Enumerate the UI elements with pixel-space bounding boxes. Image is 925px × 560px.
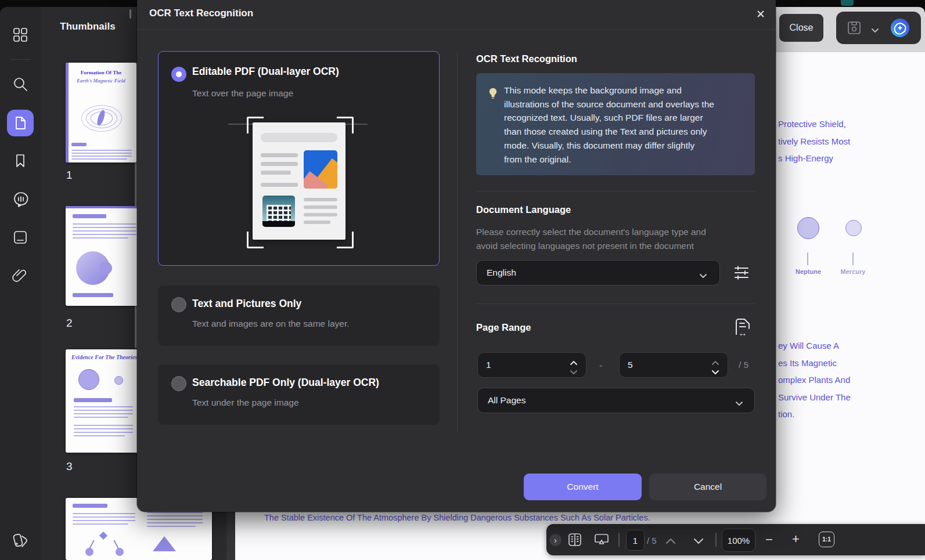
doc-text-fragment: omplex Plants And (778, 375, 850, 385)
zoom-level-input[interactable]: 100% (722, 529, 755, 552)
radio-text-pictures-only[interactable] (171, 297, 186, 312)
thumb-title: Formation Of The (69, 70, 134, 75)
range-to-field[interactable] (619, 352, 728, 378)
page-range-heading: Page Range (476, 322, 531, 333)
save-options-chevron-icon[interactable] (871, 25, 879, 35)
page-number-1: 1 (66, 169, 73, 182)
app-sidebar (0, 7, 41, 560)
ocr-tip-text: This mode keeps the background image and… (504, 84, 746, 166)
pages-mode-value: All Pages (488, 395, 526, 406)
thumb-diagram (153, 536, 176, 551)
planet-tick (807, 252, 808, 265)
expand-glyph: › (554, 536, 557, 544)
page-number-2: 2 (66, 317, 73, 330)
actual-size-label: 1:1 (822, 536, 830, 543)
convert-label: Convert (567, 482, 598, 492)
document-panel-icon[interactable] (12, 229, 28, 245)
option-label: Searchable PDF Only (Dual-layer OCR) (192, 377, 379, 389)
app-window: Protective Shield, tively Resists Most s… (0, 0, 925, 560)
next-page-chevron-icon[interactable] (693, 536, 704, 547)
close-document-label: Close (790, 23, 814, 33)
doc-text-fragment: s High-Energy (778, 153, 833, 163)
thumb-title: Earth's Magnetic Field (69, 78, 134, 84)
thumb-badge (71, 143, 87, 146)
option-card-searchable-pdf[interactable]: Searchable PDF Only (Dual-layer OCR) Tex… (158, 364, 440, 425)
section-divider (476, 304, 755, 304)
page-total-label: / 5 (647, 536, 657, 545)
apps-grid-icon[interactable] (12, 27, 28, 43)
viewer-bottom-toolbar: › 1 / 5 100% − + (546, 524, 925, 555)
option-description: Text over the page image (192, 88, 293, 99)
range-dash: - (599, 360, 603, 371)
dialog-column-divider (457, 52, 458, 432)
language-value: English (487, 268, 516, 278)
page-layout-icon[interactable] (567, 532, 582, 550)
cancel-label: Cancel (694, 482, 722, 492)
option-description: Text under the page image (192, 398, 299, 408)
option-card-editable-pdf[interactable]: Editable PDF (Dual-layer OCR) Text over … (158, 51, 440, 266)
previous-page-chevron-icon[interactable] (665, 536, 676, 547)
option-label: Text and Pictures Only (192, 298, 301, 310)
panel-scrollbar-top[interactable] (129, 9, 131, 19)
zoom-out-button[interactable]: − (765, 534, 773, 545)
save-button-group (836, 12, 921, 44)
scanned-document (253, 122, 345, 240)
comments-icon[interactable] (12, 190, 28, 207)
thumb-diagram (89, 540, 94, 549)
radio-searchable-pdf[interactable] (171, 376, 186, 391)
actual-size-button[interactable]: 1:1 (819, 532, 834, 547)
range-from-input[interactable] (486, 353, 556, 377)
sidebar-divider (10, 59, 30, 60)
search-icon[interactable] (12, 76, 28, 92)
dialog-title: OCR Text Recognition (149, 8, 253, 19)
save-icon[interactable] (847, 20, 862, 38)
ocr-scan-illustration (228, 117, 370, 253)
range-to-input[interactable] (628, 353, 697, 377)
range-to-step-down-icon[interactable] (711, 367, 721, 377)
sidebar-item-thumbnails[interactable] (7, 110, 34, 136)
thumb-diagram (114, 376, 123, 385)
range-from-step-down-icon[interactable] (570, 367, 579, 377)
dialog-close-icon[interactable]: ✕ (751, 5, 770, 23)
language-heading: Document Language (476, 204, 571, 215)
page-range-icon[interactable]: ↔ (733, 317, 753, 340)
thumb-diagram (78, 369, 99, 390)
option-card-text-pictures-only[interactable]: Text and Pictures Only Text and images a… (158, 286, 440, 346)
doc-text-fragment: Protective Shield, (778, 119, 846, 129)
expand-toolbar-button[interactable]: › (549, 534, 562, 546)
range-from-field[interactable] (477, 352, 586, 378)
cancel-button[interactable]: Cancel (649, 474, 766, 500)
svg-text:↔: ↔ (739, 328, 747, 338)
radio-editable-pdf[interactable] (171, 67, 186, 82)
dialog-title-divider (137, 29, 776, 30)
ai-assistant-icon[interactable] (890, 17, 910, 41)
language-hint: Please correctly select the document's l… (476, 225, 706, 252)
presentation-mode-icon[interactable] (593, 532, 610, 550)
doc-heading-line: The Stable Existence Of The Atmosphere B… (264, 513, 650, 522)
bookmark-icon[interactable] (12, 153, 28, 169)
ocr-tip-box: This mode keeps the background image and… (476, 73, 755, 175)
section-divider (476, 191, 755, 192)
thumb-diagram (85, 548, 93, 556)
zoom-level-value: 100% (728, 536, 750, 545)
ocr-dialog: OCR Text Recognition ✕ Editable PDF (Dua… (137, 0, 776, 512)
planet-mercury-circle (845, 220, 862, 236)
zoom-in-button[interactable]: + (792, 533, 800, 545)
language-chevron-icon (699, 270, 707, 281)
page-number-value: 1 (633, 536, 638, 545)
thumbnails-panel-title: Thumbnails (41, 21, 135, 32)
pages-mode-select[interactable]: All Pages (477, 388, 755, 413)
option-description: Text and images are on the same layer. (192, 319, 350, 329)
page-number-input[interactable]: 1 (626, 530, 645, 551)
doc-text-fragment: Survive Under The (778, 392, 851, 402)
convert-button[interactable]: Convert (524, 474, 642, 500)
thumb-diagram (113, 540, 118, 549)
close-document-button[interactable]: Close (779, 14, 823, 42)
pages-mode-chevron-icon (735, 398, 743, 409)
language-select[interactable]: English (476, 260, 720, 286)
thumb-diagram (99, 262, 112, 274)
attachment-paperclip-icon[interactable] (12, 268, 28, 284)
language-settings-icon[interactable] (733, 264, 750, 284)
page-thumbnail-1[interactable]: Formation Of The Earth's Magnetic Field (66, 63, 136, 162)
stamp-swatches-icon[interactable] (12, 531, 28, 547)
